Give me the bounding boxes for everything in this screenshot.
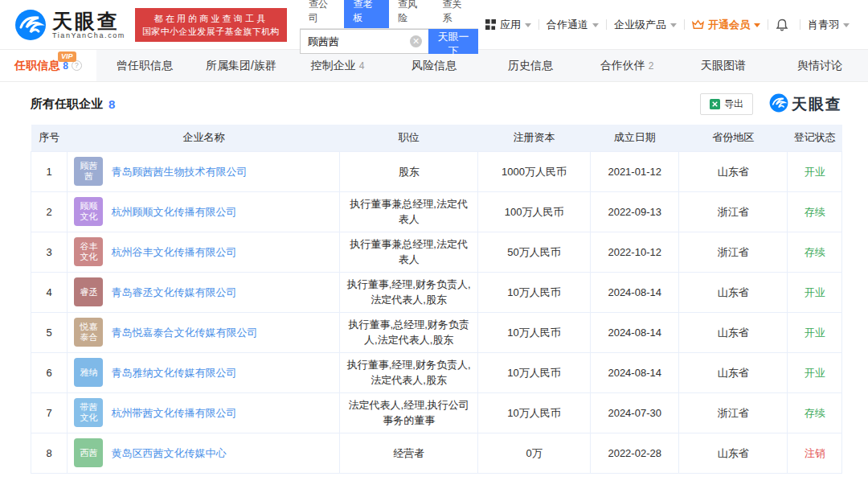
header: 天眼查 TianYanCha.com 都在用的商业查询工具 国家中小企业发展子基… xyxy=(0,0,868,50)
row-province: 山东省 xyxy=(679,312,788,352)
search-tab-查关系[interactable]: 查关系 xyxy=(433,0,478,28)
row-status: 开业 xyxy=(788,352,842,392)
row-province: 山东省 xyxy=(679,352,788,392)
tab-count: 2 xyxy=(649,60,654,72)
company-avatar: 顾茜茜 xyxy=(74,157,103,186)
nav-open-vip[interactable]: 开通会员 xyxy=(685,18,768,32)
company-link[interactable]: 杭州谷丰文化传播有限公司 xyxy=(111,244,236,260)
status-text: 存续 xyxy=(805,407,825,419)
row-date: 2021-01-12 xyxy=(591,151,679,191)
tianyancha-swirl-icon xyxy=(769,93,788,115)
status-text: 开业 xyxy=(805,367,825,379)
row-date: 2022-02-28 xyxy=(591,433,679,473)
table-row: 8西茜黄岛区西茜文化传媒中心经营者0万2022-02-28山东省注销 xyxy=(31,433,842,473)
avatar-line: 带茜 xyxy=(80,402,97,413)
row-company: 顾顺文化杭州顾顺文化传播有限公司 xyxy=(68,191,340,232)
avatar-line: 文化 xyxy=(80,413,97,423)
watermark-title: 天眼查 xyxy=(792,94,842,115)
avatar-line: 悦嘉 xyxy=(80,322,97,332)
avatar-line: 雅纳 xyxy=(80,368,97,378)
company-link[interactable]: 青岛悦嘉泰合文化传媒有限公司 xyxy=(111,325,257,340)
row-company: 带茜文化杭州带茜文化传播有限公司 xyxy=(68,392,340,433)
row-province: 浙江省 xyxy=(679,191,788,232)
export-button[interactable]: 导出 xyxy=(700,93,753,115)
chevron-down-icon xyxy=(525,23,531,27)
chevron-down-icon xyxy=(592,23,599,27)
excel-icon xyxy=(710,99,720,109)
company-link[interactable]: 杭州顾顺文化传播有限公司 xyxy=(111,204,236,220)
tab-天眼图谱[interactable]: 天眼图谱 xyxy=(675,50,772,81)
row-seq: 6 xyxy=(31,352,68,392)
nav-enterprise-products[interactable]: 企业级产品 xyxy=(607,18,684,32)
company-avatar: 西茜 xyxy=(74,438,103,467)
status-text: 开业 xyxy=(805,327,825,339)
nav-partner-channel[interactable]: 合作通道 xyxy=(539,18,606,32)
status-text: 开业 xyxy=(805,286,825,298)
row-status: 存续 xyxy=(788,392,842,433)
nav-user[interactable]: 肖青羽 xyxy=(800,18,857,32)
row-position: 法定代表人,经理,执行公司事务的董事 xyxy=(340,392,478,433)
row-seq: 3 xyxy=(31,232,68,272)
table-row: 5悦嘉泰合青岛悦嘉泰合文化传媒有限公司执行董事,总经理,财务负责人,法定代表人,… xyxy=(31,312,842,352)
row-seq: 8 xyxy=(31,433,68,473)
row-capital: 1000万人民币 xyxy=(477,151,590,191)
page-title: 所有任职企业 xyxy=(31,97,103,112)
tab-风险信息[interactable]: 风险信息 xyxy=(386,50,482,81)
tab-舆情讨论[interactable]: 舆情讨论 xyxy=(772,50,868,81)
tab-label: 历史信息 xyxy=(508,59,553,73)
row-province: 山东省 xyxy=(679,272,788,312)
row-company: 雅纳青岛雅纳文化传媒有限公司 xyxy=(68,352,340,392)
tab-控制企业[interactable]: 控制企业4 xyxy=(289,50,386,81)
company-inner: 谷丰文化杭州谷丰文化传播有限公司 xyxy=(74,237,333,266)
logo-subtitle: TianYanCha.com xyxy=(52,31,125,39)
column-header-登记状态: 登记状态 xyxy=(788,125,842,151)
tab-历史信息[interactable]: 历史信息 xyxy=(482,50,579,81)
tab-label: 所属集团/族群 xyxy=(206,59,276,73)
company-link[interactable]: 黄岛区西茜文化传媒中心 xyxy=(111,446,226,461)
nav-user-label: 肖青羽 xyxy=(808,18,839,32)
nav-notifications[interactable] xyxy=(768,18,800,31)
row-seq: 1 xyxy=(31,151,68,191)
company-inner: 西茜黄岛区西茜文化传媒中心 xyxy=(74,438,333,467)
company-avatar: 顾顺文化 xyxy=(74,197,103,226)
tab-任职信息[interactable]: 任职信息8?VIP xyxy=(0,50,96,81)
search-tab-查公司[interactable]: 查公司 xyxy=(300,0,345,28)
tab-label: 控制企业 xyxy=(311,59,356,73)
company-link[interactable]: 青岛顾茜茜生物技术有限公司 xyxy=(111,164,247,179)
search-tab-查老板[interactable]: 查老板 xyxy=(344,0,389,28)
promo-badge: 都在用的商业查询工具 国家中小企业发展子基金旗下机构 xyxy=(135,8,287,42)
section-count: 8 xyxy=(108,97,115,111)
row-position: 执行董事,总经理,财务负责人,法定代表人,股东 xyxy=(340,312,478,352)
promo-line2: 国家中小企业发展子基金旗下机构 xyxy=(142,25,280,38)
row-capital: 10万人民币 xyxy=(477,272,590,312)
row-date: 2022-09-13 xyxy=(591,191,679,232)
main-content: 所有任职企业 8 导出 天眼查 序号企业名称职位注册资本成立日期省份地区登记状态 xyxy=(0,82,868,474)
column-header-成立日期: 成立日期 xyxy=(591,125,679,151)
tab-label: 合作伙伴 xyxy=(600,59,645,73)
clear-icon[interactable]: ✕ xyxy=(410,35,422,47)
avatar-line: 睿丞 xyxy=(80,287,97,298)
search-tab-查风险[interactable]: 查风险 xyxy=(389,0,434,28)
row-province: 浙江省 xyxy=(679,232,788,272)
table-row: 3谷丰文化杭州谷丰文化传播有限公司执行董事兼总经理,法定代表人50万人民币202… xyxy=(31,232,842,272)
row-position: 股东 xyxy=(340,151,478,191)
tab-所属集团/族群[interactable]: 所属集团/族群 xyxy=(193,50,289,81)
company-link[interactable]: 青岛雅纳文化传媒有限公司 xyxy=(111,365,236,380)
chevron-down-icon xyxy=(843,23,850,27)
row-province: 山东省 xyxy=(679,433,788,473)
row-province: 浙江省 xyxy=(679,392,788,433)
nav-apps[interactable]: 应用 xyxy=(478,18,538,32)
company-link[interactable]: 青岛睿丞文化传媒有限公司 xyxy=(111,285,236,300)
row-company: 睿丞青岛睿丞文化传媒有限公司 xyxy=(68,272,340,312)
crown-icon xyxy=(692,19,704,30)
tab-合作伙伴[interactable]: 合作伙伴2 xyxy=(579,50,675,81)
row-position: 执行董事,经理,财务负责人,法定代表人,股东 xyxy=(340,352,478,392)
tab-曾任职信息[interactable]: 曾任职信息 xyxy=(96,50,193,81)
status-text: 存续 xyxy=(805,246,825,258)
column-header-注册资本: 注册资本 xyxy=(477,125,590,151)
tianyancha-logo[interactable]: 天眼查 TianYanCha.com xyxy=(14,9,125,41)
company-inner: 睿丞青岛睿丞文化传媒有限公司 xyxy=(74,277,333,306)
nav-products-label: 企业级产品 xyxy=(614,18,666,32)
company-link[interactable]: 杭州带茜文化传播有限公司 xyxy=(111,405,236,421)
export-label: 导出 xyxy=(724,97,743,111)
